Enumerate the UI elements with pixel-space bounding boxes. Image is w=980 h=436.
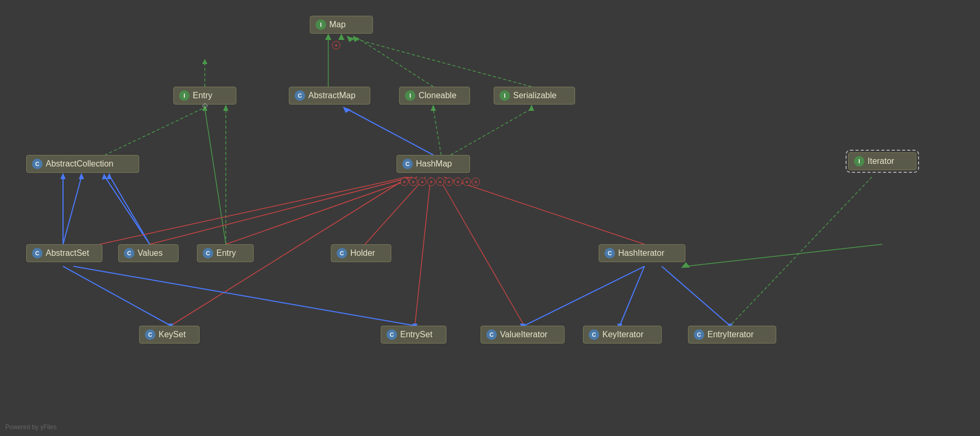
svg-marker-42 [681,262,690,268]
svg-line-25 [205,109,226,244]
node-label: Values [138,248,163,258]
node-label: HashMap [416,159,452,169]
node-label: Holder [350,248,375,258]
node-holder[interactable]: C Holder [331,244,391,262]
svg-line-29 [226,177,418,244]
svg-line-30 [365,177,425,244]
svg-line-4 [357,38,433,87]
svg-line-39 [662,266,730,326]
diagram-canvas: + + + + + + + + + + I Map I Entry ◇ C Ab… [0,0,980,436]
svg-marker-17 [102,173,107,180]
node-abstractset[interactable]: C AbstractSet [26,244,102,262]
node-keyset[interactable]: C KeySet [139,326,200,344]
svg-marker-3 [325,34,331,40]
class-icon: C [694,329,704,340]
svg-marker-7 [347,36,355,42]
class-icon: C [32,159,43,169]
hashmap-plus-badge: + + + + + + + + + [400,178,480,186]
class-icon: C [203,248,213,258]
node-entryiterator[interactable]: C EntryIterator [688,326,776,344]
svg-line-34 [439,177,524,326]
svg-line-18 [63,177,81,244]
class-icon: C [604,248,615,258]
node-label: AbstractSet [46,248,89,258]
node-entryset[interactable]: C EntrySet [381,326,446,344]
svg-line-10 [433,109,441,155]
node-iterator[interactable]: I Iterator [848,152,916,170]
node-label: Entry [193,91,212,100]
svg-line-16 [105,177,150,244]
svg-marker-19 [79,173,84,179]
class-icon: C [295,90,305,101]
node-entry-mid[interactable]: C Entry [197,244,254,262]
node-label: KeySet [159,330,186,339]
node-label: Serializable [513,91,557,100]
class-icon: C [124,248,134,258]
node-label: HashIterator [618,248,664,258]
node-keyiterator[interactable]: C KeyIterator [583,326,662,344]
powered-by-label: Powered by yFiles [5,423,57,431]
class-icon: C [402,159,413,169]
svg-line-20 [110,177,150,244]
node-label: Cloneable [419,91,456,100]
node-label: Map [329,20,346,29]
node-label: KeyIterator [602,330,643,339]
node-valueiterator[interactable]: C ValueIterator [481,326,565,344]
svg-line-8 [347,109,433,155]
class-icon: C [145,329,155,340]
node-values[interactable]: C Values [118,244,179,262]
class-icon: C [589,329,599,340]
node-label: ValueIterator [500,330,547,339]
svg-marker-23 [223,105,228,111]
interface-icon: I [316,19,326,30]
map-plus-badge: + [332,41,340,49]
node-label: Iterator [868,157,894,166]
node-hashiterator[interactable]: C HashIterator [599,244,685,262]
svg-line-46 [74,266,415,326]
node-entry-top[interactable]: I Entry ◇ [173,87,236,105]
svg-marker-21 [107,173,112,179]
class-icon: C [337,248,347,258]
svg-line-44 [63,266,171,326]
node-label: AbstractMap [308,91,356,100]
node-label: EntrySet [400,330,432,339]
svg-marker-15 [60,173,66,179]
svg-line-24 [105,109,202,155]
svg-marker-48 [338,34,345,40]
node-hashmap[interactable]: C HashMap [397,155,470,173]
svg-marker-9 [343,107,351,113]
svg-marker-1 [202,59,207,64]
interface-icon: I [405,90,415,101]
node-map[interactable]: I Map [310,16,373,34]
svg-line-6 [351,38,531,87]
node-label: Entry [216,248,236,258]
svg-line-28 [150,177,412,244]
svg-line-43 [730,177,872,326]
svg-line-32 [415,177,431,326]
node-label: AbstractCollection [46,159,113,169]
svg-marker-13 [529,105,534,111]
svg-line-41 [685,244,882,266]
node-label: EntryIterator [707,330,754,339]
node-cloneable[interactable]: I Cloneable [399,87,470,105]
svg-line-31 [444,177,644,244]
node-serializable[interactable]: I Serializable [494,87,575,105]
interface-icon: I [854,156,864,167]
interface-icon: I [179,90,190,101]
connections-layer [0,0,980,436]
class-icon: C [387,329,397,340]
node-abstractmap[interactable]: C AbstractMap [289,87,370,105]
svg-line-27 [100,177,407,244]
interface-icon: I [499,90,510,101]
svg-line-35 [524,266,644,326]
svg-marker-5 [353,36,360,42]
svg-marker-11 [431,105,436,111]
node-abstractcollection[interactable]: C AbstractCollection [26,155,139,173]
svg-line-37 [620,266,644,326]
class-icon: C [486,329,497,340]
svg-line-12 [451,109,531,155]
class-icon: C [32,248,43,258]
